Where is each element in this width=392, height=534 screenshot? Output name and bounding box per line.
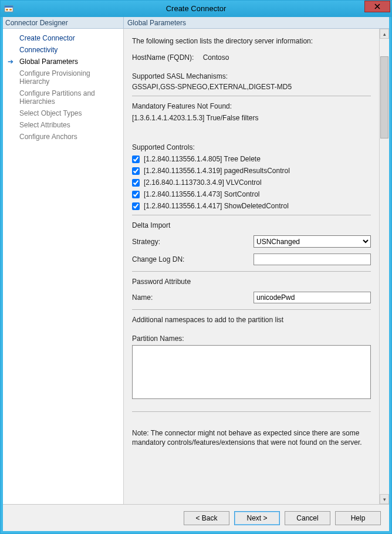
nav-label: Select Object Types [19,109,82,117]
divider [132,96,371,96]
control-sort: [1.2.840.113556.1.4.473] SortControl [132,190,371,198]
warning-note: Note: The connector might not behave as … [132,428,371,447]
divider [132,215,371,215]
app-icon [4,4,13,13]
body: Create Connector Connectivity ➔ Global P… [3,29,389,504]
chevron-down-icon: ▾ [383,496,386,502]
changelog-input[interactable] [254,254,371,265]
control-paged-results: [1.2.840.113556.1.4.319] pagedResultsCon… [132,167,371,175]
control-checkbox[interactable] [132,156,140,163]
control-label: [1.2.840.113556.1.4.417] ShowDeletedCont… [144,202,289,210]
control-checkbox[interactable] [132,179,140,187]
panel-headers: Connector Designer Global Parameters [3,17,389,29]
controls-header: Supported Controls: [132,143,371,151]
chevron-up-icon: ▴ [383,31,386,37]
strategy-select[interactable]: USNChanged [254,235,371,248]
sidebar: Create Connector Connectivity ➔ Global P… [3,29,124,504]
scroll-thumb[interactable] [380,56,388,138]
control-label: [2.16.840.1.113730.3.4.9] VLVControl [144,178,262,187]
control-label: [1.2.840.113556.1.4.319] pagedResultsCon… [144,167,290,175]
nav-label: Configure Partitions and Hierarchies [19,89,95,106]
create-connector-window: Create Connector Connector Designer Glob… [0,0,392,534]
controls-list: [1.2.840.113556.1.4.805] Tree Delete [1.… [132,155,371,210]
scroll-track[interactable] [380,39,389,494]
control-checkbox[interactable] [132,202,140,210]
back-button[interactable]: < Back [184,511,229,525]
nav-connectivity[interactable]: Connectivity [3,44,123,56]
divider [132,271,371,272]
divider [132,411,371,412]
window-title: Create Connector [1,4,391,13]
control-vlv: [2.16.840.1.113730.3.4.9] VLVControl [132,178,371,187]
sasl-value: GSSAPI,GSS-SPNEGO,EXTERNAL,DIGEST-MD5 [132,83,371,91]
scroll-up-button[interactable]: ▴ [380,29,389,39]
close-button[interactable] [364,1,390,12]
vertical-scrollbar[interactable]: ▴ ▾ [379,29,389,504]
intro-text: The following section lists the director… [132,37,371,45]
hostname-value: Contoso [203,53,229,62]
nav-label: Global Parameters [19,58,78,66]
pwd-name-row: Name: [132,292,371,303]
hostname-row: HostName (FQDN): Contoso [132,53,371,62]
nav-configure-anchors: Configure Anchors [3,131,123,143]
pwd-name-label: Name: [132,293,254,302]
nav-label: Create Connector [19,34,75,42]
titlebar: Create Connector [1,1,391,17]
cancel-button[interactable]: Cancel [285,511,330,525]
ns-header: Additional namespaces to add to the part… [132,316,371,324]
control-tree-delete: [1.2.840.113556.1.4.805] Tree Delete [132,155,371,163]
nav-select-object-types: Select Object Types [3,107,123,119]
content-wrap: The following section lists the director… [124,29,389,504]
sasl-label: Supported SASL Mechanisms: [132,72,371,80]
next-button[interactable]: Next > [234,511,280,525]
delta-header: Delta Import [132,221,371,229]
nav-configure-provisioning-hierarchy: Configure Provisioning Hierarchy [3,67,123,87]
strategy-row: Strategy: USNChanged [132,235,371,248]
footer: < Back Next > Cancel Help [3,504,389,531]
changelog-row: Change Log DN: [132,254,371,265]
nav-label: Configure Anchors [19,133,77,141]
partition-names-input[interactable] [132,345,371,399]
mandatory-header: Mandatory Features Not Found: [132,102,371,110]
mandatory-item: [1.3.6.1.4.1.4203.1.5.3] True/False filt… [132,114,371,122]
pwd-name-input[interactable] [254,292,371,303]
divider [132,309,371,310]
control-checkbox[interactable] [132,167,140,175]
svg-rect-1 [5,6,13,8]
nav-configure-partitions-hierarchies: Configure Partitions and Hierarchies [3,87,123,107]
hostname-label: HostName (FQDN): [132,53,194,62]
control-checkbox[interactable] [132,191,140,198]
control-label: [1.2.840.113556.1.4.805] Tree Delete [144,155,261,163]
nav-label: Configure Provisioning Hierarchy [19,69,90,86]
control-show-deleted: [1.2.840.113556.1.4.417] ShowDeletedCont… [132,202,371,210]
control-label: [1.2.840.113556.1.4.473] SortControl [144,190,259,198]
partition-label: Partition Names: [132,334,371,343]
current-step-arrow-icon: ➔ [8,58,13,66]
content: The following section lists the director… [124,29,379,504]
help-button[interactable]: Help [335,511,381,525]
nav-label: Connectivity [19,46,58,54]
svg-rect-2 [6,9,8,11]
nav-global-parameters[interactable]: ➔ Global Parameters [3,56,123,67]
nav-select-attributes: Select Attributes [3,119,123,131]
nav-label: Select Attributes [19,121,70,129]
changelog-label: Change Log DN: [132,255,254,263]
sidebar-header: Connector Designer [3,17,124,29]
svg-rect-3 [9,9,12,11]
client-area: Connector Designer Global Parameters Cre… [1,17,391,533]
nav-create-connector[interactable]: Create Connector [3,32,123,44]
pwd-header: Password Attribute [132,278,371,286]
strategy-label: Strategy: [132,238,254,246]
scroll-down-button[interactable]: ▾ [380,494,389,504]
content-header: Global Parameters [124,17,389,29]
